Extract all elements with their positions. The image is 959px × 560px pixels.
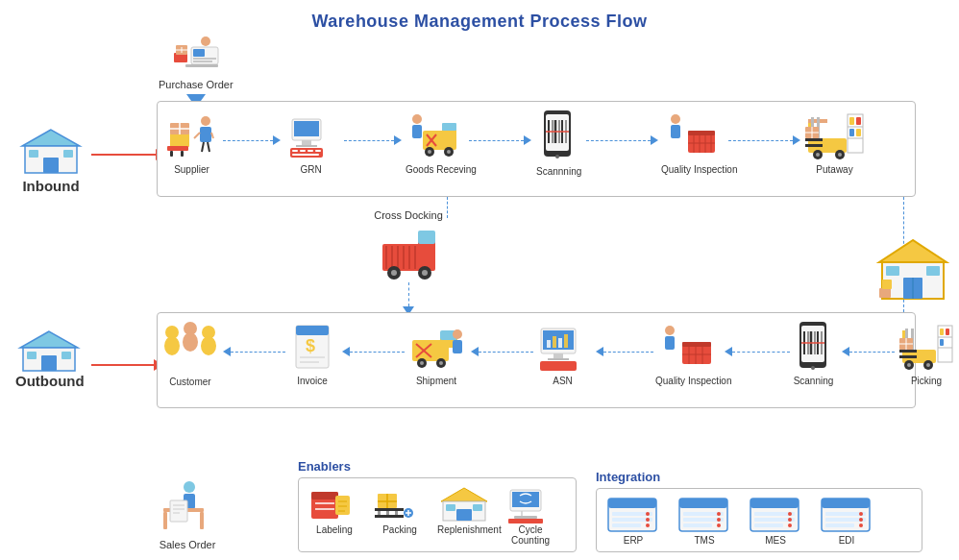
inbound-text: Inbound [17,178,85,194]
edi-label: EDI [818,535,875,546]
quality-inspection-inbound-label: Quality Inspection [661,164,738,175]
supplier-label: Supplier [165,164,218,175]
purchase-order-label: Purchase Order [159,79,234,90]
scanning-outbound: Scanning [792,318,835,386]
page: { "title": "Warehouse Management Process… [0,0,959,560]
tms-label: TMS [676,535,733,546]
svg-rect-106 [886,266,899,276]
svg-rect-2 [193,49,205,57]
svg-point-76 [816,153,820,157]
outbound-warehouse-icon [15,327,85,375]
arrow-grn-goods [344,135,402,145]
svg-line-22 [211,133,213,138]
svg-rect-107 [926,266,940,276]
svg-rect-140 [548,358,569,360]
svg-rect-32 [290,148,323,158]
svg-line-21 [194,133,200,138]
enabler-replenishment-label: Replenishment [437,524,493,535]
svg-point-59 [671,114,680,124]
v-dashed-cross [447,197,448,218]
cross-docking-label: Cross Docking [365,209,452,221]
asn-item: ASN [536,321,589,386]
shipment-item: Shipment [407,321,465,386]
arrow-scan-qi [586,135,658,145]
svg-rect-139 [553,353,563,358]
svg-point-229 [646,523,650,527]
svg-rect-147 [665,336,675,350]
svg-line-24 [208,142,209,152]
svg-marker-212 [441,488,487,501]
svg-rect-226 [612,523,641,527]
svg-rect-5 [185,64,218,67]
enablers-inner: Labeling Packing [298,477,577,552]
svg-rect-216 [473,504,482,511]
svg-rect-112 [41,355,57,371]
svg-rect-88 [856,129,861,136]
svg-rect-231 [679,499,727,508]
svg-point-19 [201,116,210,126]
svg-rect-25 [167,146,188,151]
outbound-arrow [91,359,163,371]
svg-point-46 [428,150,431,154]
integration-erp: ERP [604,495,662,546]
svg-rect-221 [508,519,543,523]
enabler-cycle-counting: Cycle Counting [503,484,558,546]
svg-rect-215 [446,504,455,511]
grn-item: GRN [284,110,337,175]
integration-tms: TMS [676,495,733,546]
svg-point-173 [926,363,930,367]
putaway-item: Putaway [803,110,866,175]
picking-label: Picking [898,376,955,386]
inbound-label: Inbound [17,125,85,194]
svg-rect-33 [292,150,298,152]
inbound-warehouse-icon [17,125,85,178]
outbound-label: Outbound [15,327,85,389]
goods-receiving-label: Goods Receving [406,164,477,175]
svg-rect-13 [29,150,38,158]
svg-rect-132 [453,340,462,353]
svg-marker-102 [879,240,947,262]
svg-rect-144 [564,334,568,348]
svg-rect-202 [375,515,404,518]
svg-rect-239 [750,499,799,508]
svg-rect-39 [412,125,422,138]
svg-rect-181 [946,329,949,335]
outbound-text: Outbound [15,373,85,389]
svg-rect-34 [300,150,306,152]
enabler-labeling-label: Labeling [307,524,362,535]
svg-rect-60 [671,125,680,138]
picking-item: Picking [898,321,955,386]
svg-point-116 [164,336,180,355]
inbound-arrow [91,149,165,160]
svg-rect-85 [849,117,854,125]
svg-rect-141 [547,340,551,348]
svg-rect-250 [825,523,854,527]
svg-point-251 [859,512,863,516]
svg-rect-145 [540,361,577,371]
cross-docking: Cross Docking [365,209,452,315]
inbound-flow-box: Supplier GRN [157,101,916,197]
arrow-goods-scan [469,135,531,145]
svg-rect-42 [442,123,456,131]
svg-rect-73 [805,138,823,141]
quality-inspection-inbound: Quality Inspection [661,110,738,175]
svg-rect-203 [378,511,381,515]
svg-point-236 [717,518,721,522]
svg-rect-149 [682,342,711,347]
quality-inspection-outbound-label: Quality Inspection [655,376,732,386]
svg-point-58 [555,155,559,158]
svg-text:$: $ [306,336,315,355]
svg-rect-114 [61,352,71,359]
sales-order: Sales Order [149,479,226,550]
svg-point-237 [717,523,721,527]
svg-rect-29 [294,121,319,136]
svg-point-78 [838,153,842,157]
enablers-box: Enablers Labeling [298,459,577,552]
svg-rect-15 [170,134,189,147]
scanning-outbound-label: Scanning [792,376,835,386]
svg-rect-223 [608,499,656,508]
cross-docking-arrow-down [365,282,452,315]
svg-point-163 [811,366,815,370]
goods-receiving-item: Goods Receving [406,110,477,175]
svg-rect-86 [856,117,861,125]
